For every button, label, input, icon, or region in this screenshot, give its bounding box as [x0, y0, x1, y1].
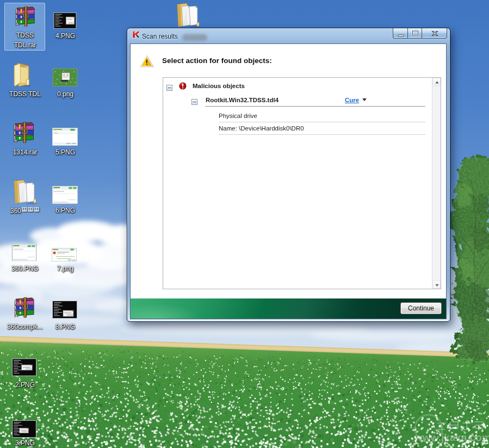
svg-text:www.jkaka.com: www.jkaka.com: [414, 432, 489, 443]
